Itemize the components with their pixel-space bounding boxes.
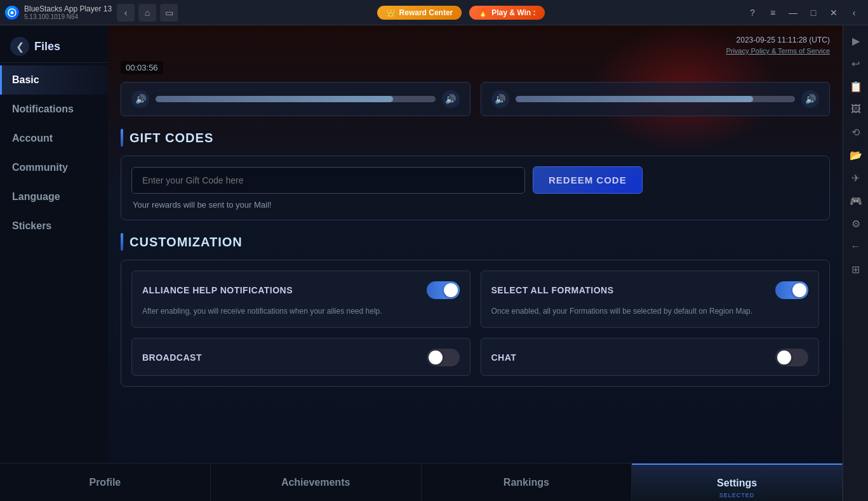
close-button[interactable]: ✕ (825, 4, 843, 22)
play-win-label: Play & Win : (491, 8, 535, 17)
sidebar-item-basic[interactable]: Basic (0, 65, 108, 95)
custom-cards-bottom-row: Broadcast Chat (131, 338, 819, 376)
gift-codes-bar (121, 129, 123, 147)
rewards-note: Your rewards will be sent to your Mail! (131, 200, 819, 210)
sidebar: ❮ Files Basic Notifications Account Comm… (0, 25, 108, 463)
tab-profile[interactable]: Profile (0, 464, 211, 501)
select-formations-toggle[interactable] (775, 281, 808, 299)
nav-tabs-button[interactable]: ▭ (160, 4, 178, 22)
app-version: 5.13.100.1019 N64 (24, 13, 112, 20)
menu-button[interactable]: ≡ (764, 4, 782, 22)
audio-sliders-row: 🔊 🔊 🔊 🔊 (121, 82, 830, 116)
sidebar-item-community[interactable]: Community (0, 153, 108, 182)
gift-codes-section-wrapper: GIFT CODES REDEEM CODE Your rewards will… (121, 129, 830, 220)
alliance-help-desc: After enabling, you will receive notific… (142, 305, 460, 317)
right-icon-folder[interactable]: 📂 (846, 145, 866, 165)
help-button[interactable]: ? (744, 4, 761, 22)
audio-card-1: 🔊 🔊 (121, 82, 471, 116)
right-icon-gamepad[interactable]: 🎮 (846, 190, 866, 211)
alliance-help-knob (444, 283, 458, 297)
chat-title: Chat (491, 352, 517, 363)
broadcast-title: Broadcast (142, 352, 202, 363)
broadcast-knob (429, 351, 443, 364)
content-inner: 2023-09-25 11:11:28 (UTC) Privacy Policy… (108, 25, 843, 397)
gift-code-input[interactable] (131, 167, 525, 194)
app-logo (5, 6, 19, 20)
redeem-code-button[interactable]: REDEEM CODE (533, 166, 643, 194)
sidebar-label-community: Community (12, 162, 68, 173)
fire-icon: 🔥 (478, 8, 488, 17)
tab-rankings[interactable]: Rankings (422, 464, 632, 501)
crown-icon: 👑 (386, 8, 396, 17)
title-bar: BlueStacks App Player 13 5.13.100.1019 N… (0, 0, 868, 25)
back2-button[interactable]: ‹ (845, 4, 863, 22)
sidebar-item-account[interactable]: Account (0, 124, 108, 153)
title-bar-right: ? ≡ — □ ✕ ‹ (744, 4, 863, 22)
right-icon-clipboard[interactable]: 📋 (846, 76, 866, 97)
chat-card: Chat (481, 338, 820, 376)
privacy-link[interactable]: Privacy Policy & Terms of Service (726, 47, 830, 55)
audio-slider-1[interactable] (156, 96, 436, 102)
sidebar-label-basic: Basic (12, 74, 39, 85)
files-label: Files (34, 40, 60, 53)
gift-input-row: REDEEM CODE (131, 166, 819, 194)
alliance-help-toggle[interactable] (427, 281, 460, 299)
tab-settings-label: Settings (717, 478, 757, 489)
reward-center-button[interactable]: 👑 Reward Center (377, 6, 462, 20)
sidebar-label-stickers: Stickers (12, 220, 51, 231)
customization-card: ALLIANCE HELP NOTIFICATIONS After enabli… (121, 260, 830, 387)
chat-knob (777, 351, 791, 364)
datetime-text: 2023-09-25 11:11:28 (UTC) (726, 36, 830, 44)
select-formations-desc: Once enabled, all your Formations will b… (491, 305, 809, 317)
right-icon-airplane[interactable]: ✈ (846, 168, 866, 188)
audio-slider-2[interactable] (516, 96, 796, 102)
select-formations-knob (792, 283, 806, 297)
play-win-button[interactable]: 🔥 Play & Win : (469, 6, 544, 20)
content-area[interactable]: 2023-09-25 11:11:28 (UTC) Privacy Policy… (108, 25, 843, 463)
title-bar-center: 👑 Reward Center 🔥 Play & Win : (377, 6, 545, 20)
right-icon-image[interactable]: 🖼 (846, 99, 866, 119)
tab-achievements[interactable]: Achievements (211, 464, 422, 501)
right-icon-back[interactable]: ← (846, 236, 866, 257)
right-icon-refresh[interactable]: ⟲ (846, 122, 866, 142)
gift-codes-card: REDEEM CODE Your rewards will be sent to… (121, 156, 830, 220)
maximize-button[interactable]: □ (805, 4, 822, 22)
sidebar-item-notifications[interactable]: Notifications (0, 95, 108, 124)
datetime-area: 2023-09-25 11:11:28 (UTC) Privacy Policy… (121, 36, 830, 56)
broadcast-header: Broadcast (142, 349, 460, 366)
chat-toggle[interactable] (775, 349, 808, 366)
alliance-help-card: ALLIANCE HELP NOTIFICATIONS After enabli… (131, 271, 471, 328)
sidebar-item-stickers[interactable]: Stickers (0, 211, 108, 241)
right-icon-undo[interactable]: ↩ (846, 53, 866, 74)
right-icon-settings[interactable]: ⚙ (846, 213, 866, 234)
customization-section-wrapper: CUSTOMIZATION ALLIANCE HELP NOTIFICATION… (121, 233, 830, 387)
alliance-help-title: ALLIANCE HELP NOTIFICATIONS (142, 285, 293, 295)
select-formations-card: Select All Formations Once enabled, all … (481, 271, 820, 328)
select-formations-header: Select All Formations (491, 281, 809, 299)
right-icon-grid[interactable]: ⊞ (846, 259, 866, 279)
back-files-button[interactable]: ❮ Files (0, 30, 108, 63)
datetime-group: 2023-09-25 11:11:28 (UTC) Privacy Policy… (726, 36, 830, 56)
select-formations-title: Select All Formations (491, 285, 614, 295)
timer-text: 00:03:56 (121, 61, 163, 74)
tab-achievements-label: Achievements (281, 477, 351, 488)
volume-icon-2: 🔊 (491, 90, 509, 108)
tab-settings[interactable]: Settings SELECTED (632, 464, 843, 501)
bottom-tabs: Profile Achievements Rankings Settings S… (0, 463, 843, 501)
nav-home-button[interactable]: ⌂ (138, 4, 156, 22)
audio-card-2: 🔊 🔊 (481, 82, 831, 116)
title-bar-nav: ‹ ⌂ ▭ (117, 4, 178, 22)
tab-profile-label: Profile (89, 477, 121, 488)
sidebar-item-language[interactable]: Language (0, 182, 108, 211)
right-icon-play[interactable]: ▶ (846, 30, 866, 51)
nav-back-button[interactable]: ‹ (117, 4, 135, 22)
customization-title: CUSTOMIZATION (130, 235, 243, 250)
sidebar-label-notifications: Notifications (12, 104, 74, 114)
chat-header: Chat (491, 349, 809, 366)
sidebar-label-account: Account (12, 133, 53, 144)
custom-cards-top-row: ALLIANCE HELP NOTIFICATIONS After enabli… (131, 271, 819, 328)
gift-codes-header: GIFT CODES (121, 129, 830, 147)
broadcast-toggle[interactable] (427, 349, 460, 366)
minimize-button[interactable]: — (784, 4, 802, 22)
broadcast-card: Broadcast (131, 338, 471, 376)
